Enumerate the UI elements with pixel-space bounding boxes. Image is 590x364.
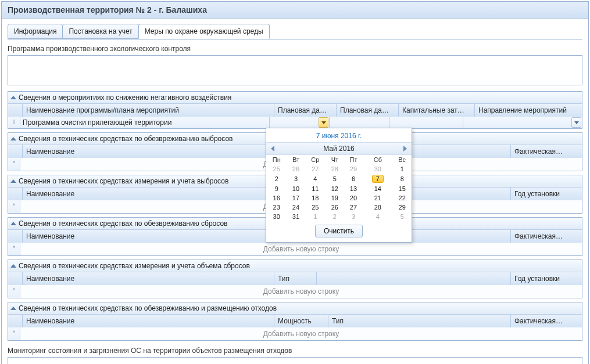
add-row-link[interactable]: Добавить новую строку bbox=[20, 327, 582, 340]
datepicker-day[interactable]: 28 bbox=[326, 164, 344, 174]
datepicker-popup: 7 июня 2016 г. Май 2016 ПнВтСрЧтПтСбВс 2… bbox=[266, 128, 412, 243]
datepicker-day[interactable]: 5 bbox=[392, 212, 412, 221]
collapse-icon[interactable] bbox=[10, 137, 16, 140]
datepicker-day[interactable]: 23 bbox=[266, 203, 287, 212]
datepicker-day[interactable]: 27 bbox=[344, 203, 363, 212]
col-plandate2[interactable]: Плановая да… bbox=[337, 104, 399, 117]
col-type[interactable]: Тип bbox=[328, 315, 511, 327]
col-power[interactable]: Мощность bbox=[274, 315, 328, 327]
monitoring-textarea[interactable] bbox=[8, 357, 582, 364]
datepicker-day[interactable]: 16 bbox=[266, 193, 287, 203]
dow-header: Пн bbox=[266, 155, 287, 164]
datepicker-day[interactable]: 29 bbox=[344, 164, 363, 174]
datepicker-day[interactable]: 26 bbox=[326, 203, 344, 212]
tabstrip: Информация Постановка на учет Меры по ох… bbox=[8, 24, 582, 39]
prev-month-button[interactable] bbox=[271, 146, 274, 152]
datepicker-day[interactable]: 10 bbox=[287, 184, 305, 193]
datepicker-day[interactable]: 24 bbox=[287, 203, 305, 212]
col-capex[interactable]: Капитальные зат… bbox=[399, 104, 475, 117]
row-new-indicator: * bbox=[8, 285, 20, 298]
col-direction[interactable]: Направление мероприятий bbox=[475, 104, 582, 117]
datepicker-day[interactable]: 22 bbox=[392, 193, 412, 203]
direction-dropdown-button[interactable] bbox=[571, 117, 581, 128]
datepicker-day[interactable]: 3 bbox=[344, 212, 363, 221]
datepicker-day[interactable]: 20 bbox=[344, 193, 363, 203]
dow-header: Пт bbox=[344, 155, 363, 164]
col-year[interactable]: Год установки bbox=[511, 188, 582, 200]
datepicker-day[interactable]: 11 bbox=[305, 184, 326, 193]
datepicker-day[interactable]: 28 bbox=[363, 203, 392, 212]
datepicker-month-label[interactable]: Май 2016 bbox=[323, 145, 355, 153]
program-title-label: Программа производственного экологическо… bbox=[8, 45, 582, 53]
col-type[interactable]: Тип bbox=[274, 272, 317, 285]
dow-header: Чт bbox=[326, 155, 344, 164]
col-name[interactable]: Наименование программы/плана мероприятий bbox=[23, 104, 274, 117]
col-fact[interactable]: Фактическая… bbox=[511, 315, 582, 327]
tab-registration[interactable]: Постановка на учет bbox=[62, 24, 138, 39]
col-name[interactable]: Наименование bbox=[23, 272, 274, 285]
datepicker-day[interactable]: 3 bbox=[287, 174, 305, 184]
window-title: Производственная территория № 2 - г. Бал… bbox=[2, 2, 588, 19]
datepicker-day[interactable]: 12 bbox=[326, 184, 344, 193]
datepicker-day[interactable]: 15 bbox=[392, 184, 412, 193]
datepicker-day[interactable]: 19 bbox=[326, 193, 344, 203]
col-name[interactable]: Наименование bbox=[23, 188, 274, 200]
tab-info[interactable]: Информация bbox=[8, 24, 63, 39]
datepicker-day[interactable]: 4 bbox=[363, 212, 392, 221]
collapse-icon[interactable] bbox=[10, 307, 16, 310]
cell-capex[interactable] bbox=[389, 117, 463, 128]
col-blank[interactable] bbox=[317, 272, 511, 285]
datepicker-day[interactable]: 29 bbox=[392, 203, 412, 212]
program-textarea[interactable] bbox=[8, 55, 582, 85]
datepicker-day[interactable]: 25 bbox=[266, 164, 287, 174]
datepicker-day[interactable]: 9 bbox=[266, 184, 287, 193]
col-name[interactable]: Наименование bbox=[23, 315, 274, 327]
datepicker-day[interactable]: 18 bbox=[305, 193, 326, 203]
datepicker-day[interactable]: 25 bbox=[305, 203, 326, 212]
row-new-indicator: * bbox=[8, 158, 20, 171]
datepicker-day[interactable]: 4 bbox=[305, 174, 326, 184]
datepicker-day[interactable]: 7 bbox=[363, 174, 392, 184]
datepicker-day[interactable]: 27 bbox=[305, 164, 326, 174]
next-month-button[interactable] bbox=[403, 146, 407, 152]
datepicker-day[interactable]: 6 bbox=[344, 174, 363, 184]
col-name[interactable]: Наименование bbox=[23, 145, 274, 158]
row-new-indicator: * bbox=[8, 327, 20, 340]
section-caption: Сведения о технических средствах по обез… bbox=[19, 304, 277, 312]
col-fact[interactable]: Фактическая… bbox=[511, 230, 582, 243]
add-row-link[interactable]: Добавить новую строку bbox=[20, 285, 582, 298]
row-new-indicator: * bbox=[8, 200, 20, 213]
datepicker-day[interactable]: 2 bbox=[326, 212, 344, 221]
tab-environment[interactable]: Меры по охране окружающей среды bbox=[138, 24, 270, 39]
datepicker-day[interactable]: 21 bbox=[363, 193, 392, 203]
datepicker-day[interactable]: 30 bbox=[363, 164, 392, 174]
collapse-icon[interactable] bbox=[10, 96, 16, 99]
collapse-icon[interactable] bbox=[10, 179, 16, 183]
col-fact[interactable]: Фактическая… bbox=[511, 145, 582, 158]
cell-plandate1[interactable] bbox=[270, 117, 330, 128]
cell-plandate2[interactable] bbox=[330, 117, 389, 128]
datepicker-day[interactable]: 30 bbox=[266, 212, 287, 221]
col-plandate1[interactable]: Плановая да… bbox=[274, 104, 337, 117]
datepicker-day[interactable]: 2 bbox=[266, 174, 287, 184]
datepicker-day[interactable]: 14 bbox=[363, 184, 392, 193]
date-dropdown-button[interactable] bbox=[319, 117, 328, 128]
cell-direction[interactable] bbox=[463, 117, 582, 128]
datepicker-day[interactable]: 26 bbox=[287, 164, 305, 174]
datepicker-day[interactable]: 31 bbox=[287, 212, 305, 221]
datepicker-today-link[interactable]: 7 июня 2016 г. bbox=[266, 128, 412, 142]
col-year[interactable]: Год установки bbox=[511, 272, 582, 285]
collapse-icon[interactable] bbox=[10, 264, 16, 268]
datepicker-day[interactable]: 13 bbox=[344, 184, 363, 193]
add-row-link[interactable]: Добавить новую строку bbox=[20, 243, 582, 255]
datepicker-day[interactable]: 5 bbox=[326, 174, 344, 184]
datepicker-day[interactable]: 17 bbox=[287, 193, 305, 203]
section-caption: Сведения о технических средствах по обез… bbox=[19, 219, 227, 228]
collapse-icon[interactable] bbox=[10, 222, 16, 225]
datepicker-day[interactable]: 1 bbox=[392, 164, 412, 174]
col-name[interactable]: Наименование bbox=[23, 230, 274, 243]
datepicker-clear-button[interactable]: Очистить bbox=[315, 225, 363, 237]
datepicker-day[interactable]: 1 bbox=[305, 212, 326, 221]
datepicker-day[interactable]: 8 bbox=[392, 174, 412, 184]
cell-name[interactable]: Программа очистки прилегающей территории bbox=[20, 117, 270, 128]
